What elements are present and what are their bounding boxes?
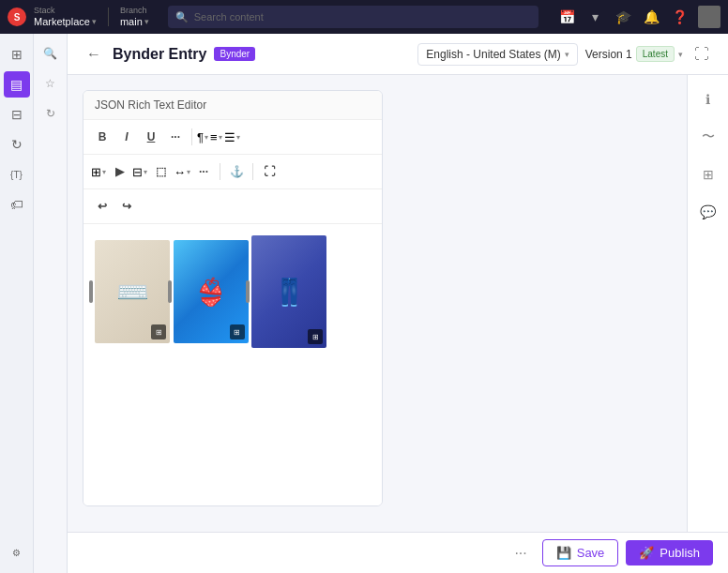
align-dropdown[interactable]: ≡ ▾	[210, 130, 222, 144]
bottom-bar: ··· 💾 Save 🚀 Publish	[68, 532, 728, 573]
locale-selector[interactable]: English - United States (M) ▾	[417, 43, 577, 66]
toolbar-row-2: ⊞ ▾ ▶ ⊟ ▾ ⬚ ↔ ▾ ···	[83, 155, 382, 189]
stack-selector[interactable]: Stack Marketplace ▾	[34, 6, 97, 28]
list-icon: ☰	[224, 130, 235, 144]
copy-arrow: ▾	[102, 168, 106, 176]
panel-refresh-icon[interactable]: ↻	[38, 101, 63, 126]
sidebar-icons: ⊞ ▤ ⊟ ↻ {T} 🏷 ⚙	[0, 34, 34, 573]
stack-chevron: ▾	[92, 17, 97, 27]
publish-button[interactable]: 🚀 Publish	[626, 540, 713, 565]
dropdown-icon[interactable]: ▾	[585, 8, 604, 26]
editor-layout: JSON Rich Text Editor B I U ··· ¶ ▾	[68, 75, 728, 532]
bell-icon[interactable]: 🔔	[642, 8, 660, 26]
sidebar-icon-refresh[interactable]: ↻	[4, 131, 30, 158]
qr-icon-2[interactable]: ⊞	[230, 324, 245, 339]
copy-dropdown[interactable]: ⊞ ▾	[91, 165, 106, 179]
toolbar-divider-3	[252, 163, 253, 180]
json-editor-title: JSON Rich Text Editor	[83, 91, 382, 120]
main-layout: ⊞ ▤ ⊟ ↻ {T} 🏷 ⚙ 🔍 ☆ ↻ ← Bynder Entry Byn…	[0, 34, 728, 573]
search-placeholder: Search content	[194, 11, 264, 23]
image-item-1[interactable]: ⌨️ ⊞	[95, 240, 170, 343]
branch-selector[interactable]: Branch main ▾	[120, 6, 149, 28]
topbar: S Stack Marketplace ▾ Branch main ▾ 🔍 Se…	[0, 0, 728, 34]
drag-handle-3[interactable]	[246, 280, 250, 303]
table-arrow: ▾	[144, 168, 147, 176]
drag-handle-2[interactable]	[168, 280, 172, 303]
qr-icon-3[interactable]: ⊞	[308, 329, 323, 344]
publish-icon: 🚀	[639, 546, 654, 560]
copy-icon: ⊞	[91, 165, 101, 179]
entry-header: ← Bynder Entry Bynder English - United S…	[68, 34, 728, 75]
editor-main: JSON Rich Text Editor B I U ··· ¶ ▾	[68, 75, 687, 532]
version-label: Version 1	[585, 48, 632, 61]
activity-icon[interactable]: 〜	[695, 124, 721, 150]
version-chevron: ▾	[678, 50, 683, 59]
chat-icon[interactable]: 💬	[695, 199, 721, 225]
branch-label: Branch	[120, 6, 149, 16]
search-icon: 🔍	[175, 11, 189, 23]
sidebar-icon-tag[interactable]: 🏷	[4, 191, 30, 218]
sidebar-panel: 🔍 ☆ ↻	[34, 34, 68, 573]
info-icon[interactable]: ℹ	[695, 86, 721, 113]
embed-arrow: ▾	[187, 168, 190, 176]
logo: S	[8, 8, 26, 26]
user-avatar[interactable]	[698, 6, 720, 28]
embed-dropdown[interactable]: ↔ ▾	[174, 165, 190, 179]
toolbar-row-1: B I U ··· ¶ ▾ ≡ ▾	[83, 120, 382, 155]
undo-button[interactable]: ↩	[91, 195, 114, 218]
stack-label: Stack	[34, 6, 97, 16]
anchor-button[interactable]: ⚓	[225, 160, 248, 183]
list-dropdown[interactable]: ☰ ▾	[224, 130, 240, 144]
more-format-button[interactable]: ···	[164, 126, 187, 148]
toolbar-divider-2	[220, 163, 220, 180]
paragraph-icon: ¶	[197, 130, 204, 144]
drag-handle-1[interactable]	[89, 280, 93, 303]
sidebar-icon-workflow[interactable]: ⚙	[4, 539, 30, 565]
locale-value: English - United States (M)	[426, 48, 560, 61]
embed-icon: ↔	[174, 165, 186, 179]
paragraph-arrow: ▾	[205, 133, 208, 142]
table-dropdown[interactable]: ⊟ ▾	[132, 165, 147, 179]
save-button[interactable]: 💾 Save	[542, 539, 619, 566]
underline-button[interactable]: U	[140, 126, 162, 148]
sidebar-icon-module[interactable]: ⊟	[4, 101, 30, 128]
stack-name: Marketplace ▾	[34, 16, 97, 28]
branch-chevron: ▾	[144, 17, 149, 27]
editor-content[interactable]: ⌨️ ⊞ 👙 ⊞ 👖 ⊞	[83, 224, 382, 505]
qr-icon-1[interactable]: ⊞	[151, 324, 166, 339]
align-icon: ≡	[210, 130, 218, 144]
bold-button[interactable]: B	[91, 126, 114, 148]
fullscreen-button[interactable]: ⛶	[258, 160, 281, 183]
graduation-icon[interactable]: 🎓	[614, 8, 632, 26]
topbar-divider	[108, 8, 109, 26]
sidebar-icon-grid[interactable]: ⊞	[4, 41, 30, 68]
align-arrow: ▾	[219, 133, 222, 142]
video-button[interactable]: ▶	[108, 160, 130, 183]
back-button[interactable]: ←	[83, 42, 105, 67]
italic-button[interactable]: I	[115, 126, 138, 148]
publish-label: Publish	[660, 546, 700, 560]
content-area: ← Bynder Entry Bynder English - United S…	[68, 34, 728, 573]
image-button[interactable]: ⬚	[149, 160, 172, 183]
help-icon[interactable]: ❓	[670, 8, 689, 26]
version-badge: Latest	[636, 46, 675, 62]
calendar-icon[interactable]: 📅	[557, 8, 576, 26]
redo-button[interactable]: ↪	[115, 195, 138, 218]
image-item-3[interactable]: 👖 ⊞	[251, 235, 326, 348]
version-selector[interactable]: Version 1 Latest ▾	[585, 46, 683, 62]
more-button[interactable]: ···	[507, 541, 534, 565]
layout-icon[interactable]: ⊞	[695, 161, 721, 188]
sidebar-icon-layers[interactable]: ▤	[4, 71, 30, 98]
image-item-2[interactable]: 👙 ⊞	[174, 240, 249, 343]
search-bar[interactable]: 🔍 Search content	[168, 6, 538, 28]
panel-star-icon[interactable]: ☆	[38, 71, 63, 96]
entry-title: Bynder Entry	[113, 46, 206, 63]
expand-button[interactable]: ⛶	[690, 42, 713, 67]
json-editor: JSON Rich Text Editor B I U ··· ¶ ▾	[83, 90, 383, 506]
paragraph-dropdown[interactable]: ¶ ▾	[197, 130, 208, 144]
panel-search-icon[interactable]: 🔍	[38, 41, 63, 66]
more2-button[interactable]: ···	[192, 160, 215, 183]
save-icon: 💾	[556, 546, 571, 560]
right-panel: ℹ 〜 ⊞ 💬	[687, 75, 728, 532]
sidebar-icon-text[interactable]: {T}	[4, 161, 30, 188]
